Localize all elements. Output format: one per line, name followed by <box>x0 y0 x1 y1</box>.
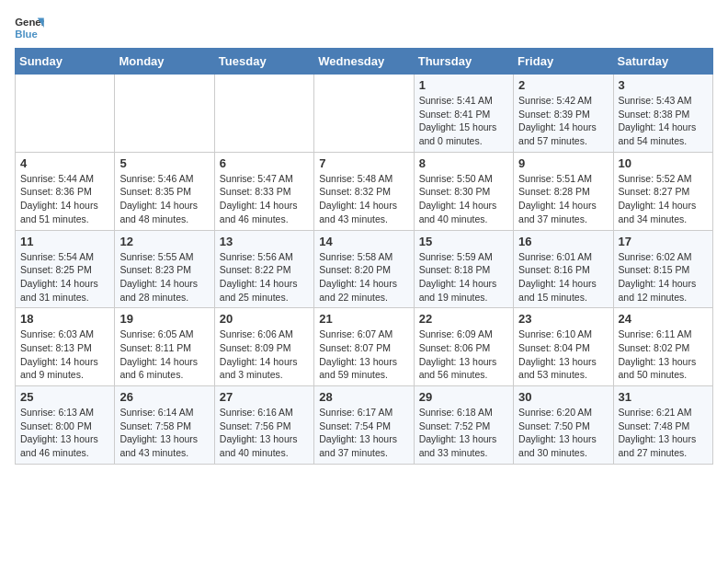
day-info: Sunrise: 5:55 AMSunset: 8:23 PMDaylight:… <box>119 250 209 304</box>
calendar-week-4: 18Sunrise: 6:03 AMSunset: 8:13 PMDayligh… <box>16 308 713 386</box>
day-info: Sunrise: 5:58 AMSunset: 8:20 PMDaylight:… <box>319 250 408 304</box>
day-number: 17 <box>619 235 708 248</box>
day-number: 29 <box>419 390 508 404</box>
calendar-cell: 25Sunrise: 6:13 AMSunset: 8:00 PMDayligh… <box>16 386 115 465</box>
calendar-cell: 14Sunrise: 5:58 AMSunset: 8:20 PMDayligh… <box>314 230 414 308</box>
calendar-week-3: 11Sunrise: 5:54 AMSunset: 8:25 PMDayligh… <box>16 230 713 308</box>
weekday-header-sunday: Sunday <box>16 49 115 75</box>
logo-icon: General Blue <box>15 15 44 40</box>
day-info: Sunrise: 6:16 AMSunset: 7:56 PMDaylight:… <box>220 406 309 460</box>
weekday-header-tuesday: Tuesday <box>214 49 313 75</box>
weekday-header-row: SundayMondayTuesdayWednesdayThursdayFrid… <box>16 49 713 75</box>
calendar-week-5: 25Sunrise: 6:13 AMSunset: 8:00 PMDayligh… <box>16 386 713 465</box>
day-number: 7 <box>319 156 408 170</box>
calendar-cell: 20Sunrise: 6:06 AMSunset: 8:09 PMDayligh… <box>214 308 313 386</box>
calendar-cell: 26Sunrise: 6:14 AMSunset: 7:58 PMDayligh… <box>115 386 214 465</box>
day-number: 1 <box>419 78 508 92</box>
day-number: 26 <box>119 390 209 404</box>
calendar-cell: 10Sunrise: 5:52 AMSunset: 8:27 PMDayligh… <box>613 152 712 230</box>
day-info: Sunrise: 5:41 AMSunset: 8:41 PMDaylight:… <box>419 94 508 148</box>
calendar-cell: 7Sunrise: 5:48 AMSunset: 8:32 PMDaylight… <box>314 152 414 230</box>
calendar-header: SundayMondayTuesdayWednesdayThursdayFrid… <box>16 49 713 75</box>
day-number: 19 <box>119 312 209 326</box>
calendar-cell: 22Sunrise: 6:09 AMSunset: 8:06 PMDayligh… <box>414 308 513 386</box>
calendar-cell: 16Sunrise: 6:01 AMSunset: 8:16 PMDayligh… <box>514 230 613 308</box>
day-info: Sunrise: 5:50 AMSunset: 8:30 PMDaylight:… <box>419 172 508 226</box>
calendar-cell: 12Sunrise: 5:55 AMSunset: 8:23 PMDayligh… <box>115 230 214 308</box>
day-info: Sunrise: 5:42 AMSunset: 8:39 PMDaylight:… <box>518 94 608 148</box>
day-number: 20 <box>220 312 309 326</box>
day-info: Sunrise: 5:51 AMSunset: 8:28 PMDaylight:… <box>518 172 608 226</box>
day-number: 30 <box>518 390 608 404</box>
day-number: 25 <box>20 390 109 404</box>
day-number: 28 <box>319 390 408 404</box>
calendar-cell: 13Sunrise: 5:56 AMSunset: 8:22 PMDayligh… <box>214 230 313 308</box>
weekday-header-saturday: Saturday <box>613 49 712 75</box>
day-info: Sunrise: 6:07 AMSunset: 8:07 PMDaylight:… <box>319 327 408 382</box>
calendar-cell: 28Sunrise: 6:17 AMSunset: 7:54 PMDayligh… <box>314 386 414 465</box>
day-number: 21 <box>319 312 408 326</box>
day-info: Sunrise: 6:02 AMSunset: 8:15 PMDaylight:… <box>619 250 708 304</box>
day-number: 27 <box>220 390 309 404</box>
calendar-cell: 31Sunrise: 6:21 AMSunset: 7:48 PMDayligh… <box>613 386 712 465</box>
day-number: 9 <box>518 156 608 170</box>
calendar-cell: 19Sunrise: 6:05 AMSunset: 8:11 PMDayligh… <box>115 308 214 386</box>
day-number: 11 <box>20 235 109 248</box>
page-header: General Blue <box>15 15 713 40</box>
calendar-cell: 4Sunrise: 5:44 AMSunset: 8:36 PMDaylight… <box>16 152 115 230</box>
day-number: 3 <box>619 78 708 92</box>
calendar-cell: 1Sunrise: 5:41 AMSunset: 8:41 PMDaylight… <box>414 75 513 153</box>
calendar-cell: 30Sunrise: 6:20 AMSunset: 7:50 PMDayligh… <box>514 386 613 465</box>
day-info: Sunrise: 6:21 AMSunset: 7:48 PMDaylight:… <box>619 406 708 460</box>
day-number: 13 <box>220 235 309 248</box>
day-number: 8 <box>419 156 508 170</box>
day-info: Sunrise: 6:20 AMSunset: 7:50 PMDaylight:… <box>518 406 608 460</box>
day-number: 5 <box>119 156 209 170</box>
day-info: Sunrise: 6:05 AMSunset: 8:11 PMDaylight:… <box>119 327 209 382</box>
day-info: Sunrise: 6:18 AMSunset: 7:52 PMDaylight:… <box>419 406 508 460</box>
svg-text:Blue: Blue <box>15 29 38 40</box>
calendar-cell: 5Sunrise: 5:46 AMSunset: 8:35 PMDaylight… <box>115 152 214 230</box>
day-number: 4 <box>20 156 109 170</box>
calendar-cell: 18Sunrise: 6:03 AMSunset: 8:13 PMDayligh… <box>16 308 115 386</box>
day-number: 18 <box>20 312 109 326</box>
calendar-cell: 24Sunrise: 6:11 AMSunset: 8:02 PMDayligh… <box>613 308 712 386</box>
calendar-cell: 21Sunrise: 6:07 AMSunset: 8:07 PMDayligh… <box>314 308 414 386</box>
day-number: 6 <box>220 156 309 170</box>
calendar-cell: 6Sunrise: 5:47 AMSunset: 8:33 PMDaylight… <box>214 152 313 230</box>
day-number: 23 <box>518 312 608 326</box>
day-info: Sunrise: 6:13 AMSunset: 8:00 PMDaylight:… <box>20 406 109 460</box>
day-number: 12 <box>119 235 209 248</box>
day-info: Sunrise: 5:43 AMSunset: 8:38 PMDaylight:… <box>619 94 708 148</box>
day-info: Sunrise: 5:48 AMSunset: 8:32 PMDaylight:… <box>319 172 408 226</box>
day-info: Sunrise: 6:17 AMSunset: 7:54 PMDaylight:… <box>319 406 408 460</box>
day-number: 31 <box>619 390 708 404</box>
weekday-header-wednesday: Wednesday <box>314 49 414 75</box>
calendar-cell <box>314 75 414 153</box>
calendar-cell: 9Sunrise: 5:51 AMSunset: 8:28 PMDaylight… <box>514 152 613 230</box>
logo: General Blue <box>15 15 48 40</box>
weekday-header-friday: Friday <box>514 49 613 75</box>
day-number: 14 <box>319 235 408 248</box>
day-number: 16 <box>518 235 608 248</box>
calendar-cell: 15Sunrise: 5:59 AMSunset: 8:18 PMDayligh… <box>414 230 513 308</box>
day-info: Sunrise: 5:52 AMSunset: 8:27 PMDaylight:… <box>619 172 708 226</box>
day-info: Sunrise: 6:01 AMSunset: 8:16 PMDaylight:… <box>518 250 608 304</box>
calendar-cell: 2Sunrise: 5:42 AMSunset: 8:39 PMDaylight… <box>514 75 613 153</box>
calendar-cell <box>16 75 115 153</box>
day-info: Sunrise: 5:47 AMSunset: 8:33 PMDaylight:… <box>220 172 309 226</box>
day-info: Sunrise: 5:54 AMSunset: 8:25 PMDaylight:… <box>20 250 109 304</box>
day-number: 22 <box>419 312 508 326</box>
day-info: Sunrise: 6:09 AMSunset: 8:06 PMDaylight:… <box>419 327 508 382</box>
calendar-cell: 27Sunrise: 6:16 AMSunset: 7:56 PMDayligh… <box>214 386 313 465</box>
day-info: Sunrise: 6:03 AMSunset: 8:13 PMDaylight:… <box>20 327 109 382</box>
day-info: Sunrise: 5:59 AMSunset: 8:18 PMDaylight:… <box>419 250 508 304</box>
day-info: Sunrise: 5:44 AMSunset: 8:36 PMDaylight:… <box>20 172 109 226</box>
calendar-week-2: 4Sunrise: 5:44 AMSunset: 8:36 PMDaylight… <box>16 152 713 230</box>
calendar-cell <box>214 75 313 153</box>
day-info: Sunrise: 5:46 AMSunset: 8:35 PMDaylight:… <box>119 172 209 226</box>
calendar-week-1: 1Sunrise: 5:41 AMSunset: 8:41 PMDaylight… <box>16 75 713 153</box>
day-info: Sunrise: 6:14 AMSunset: 7:58 PMDaylight:… <box>119 406 209 460</box>
calendar-cell <box>115 75 214 153</box>
calendar-cell: 8Sunrise: 5:50 AMSunset: 8:30 PMDaylight… <box>414 152 513 230</box>
